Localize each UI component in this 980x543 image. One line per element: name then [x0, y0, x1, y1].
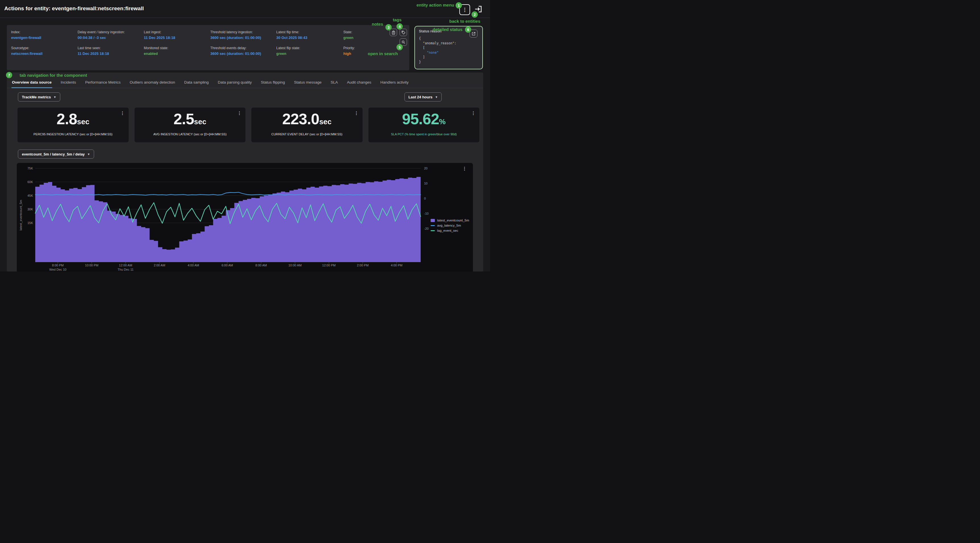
tab-data-sampling[interactable]: Data sampling — [184, 80, 209, 88]
info-field-label: Latest flip time: — [276, 30, 307, 34]
svg-text:10:00 AM: 10:00 AM — [288, 264, 302, 267]
tab-handlers-activity[interactable]: Handlers activity — [380, 80, 409, 88]
tab-performance-metrics[interactable]: Performance Metrics — [85, 80, 121, 88]
entity-tabs-panel: Overview data sourceIncidentsPerformance… — [7, 73, 483, 272]
annotation-tags: tags — [393, 18, 402, 22]
tag-icon — [401, 30, 406, 35]
info-field-label: Index: — [11, 30, 43, 34]
svg-text:12:00 AM: 12:00 AM — [119, 264, 132, 267]
kpi-value: 2.8sec — [18, 110, 129, 131]
tab-status-flipping[interactable]: Status flipping — [260, 80, 286, 88]
annotation-badge-1: 1 — [456, 2, 462, 8]
tab-overview-data-source[interactable]: Overview data source — [11, 80, 52, 88]
kpi-kebab-menu-icon[interactable]: ⋮ — [237, 111, 242, 115]
kpi-number: 2.5 — [173, 110, 194, 127]
latest_eventcount_5m-swatch — [431, 219, 435, 222]
legend-item-lag_event_sec[interactable]: lag_event_sec — [431, 229, 469, 232]
info-field: Latest flip time:30 Oct 2025 08:43 — [276, 30, 307, 40]
code-line: } — [419, 60, 421, 64]
annotation-open-in-search: open in search — [368, 51, 398, 56]
avg_latency_5m-swatch — [431, 225, 435, 226]
info-field: Last ingest:11 Dec 2025 18:18 — [144, 30, 175, 40]
kpi-card: ⋮2.5secAVG INGESTION LATENCY (sec or [D+… — [134, 107, 246, 143]
info-column: Threshold latency ingestion:3600 sec (du… — [210, 30, 261, 62]
metrics-dropdown-label: TrackMe metrics — [22, 95, 51, 99]
chart-series-dropdown[interactable]: eventcount_5m / latency_5m / delay ▼ — [18, 150, 94, 159]
info-field-label: Priority: — [343, 46, 355, 50]
svg-text:Thu Dec 11: Thu Dec 11 — [118, 268, 134, 271]
timechart-svg: 75K60K45K30K15K20100-10-208:00 PMWed Dec… — [17, 165, 473, 272]
timechart-card: ⋮ latest_eventcount_5m 75K60K45K30K15K20… — [17, 163, 473, 272]
kpi-value: 223.0sec — [251, 110, 363, 131]
info-field-value: green — [343, 35, 355, 40]
info-field-value: 11 Dec 2025 18:18 — [144, 35, 175, 40]
kpi-row: ⋮2.8secPERC95 INGESTION LATENCY (sec or … — [17, 107, 480, 143]
chart-legend: latest_eventcount_5mavg_latency_5mlag_ev… — [431, 219, 469, 232]
time-range-dropdown-label: Last 24 hours — [409, 95, 433, 99]
legend-item-avg_latency_5m[interactable]: avg_latency_5m — [431, 224, 469, 227]
kpi-unit: % — [439, 118, 445, 126]
tab-outliers-anomaly-detection[interactable]: Outliers anomaly detection — [129, 80, 176, 88]
tab-status-message[interactable]: Status message — [293, 80, 322, 88]
notes-button[interactable] — [390, 29, 397, 36]
tab-data-parsing-quality[interactable]: Data parsing quality — [217, 80, 252, 88]
kpi-kebab-menu-icon[interactable]: ⋮ — [355, 111, 359, 115]
trackme-entity-actions-page: Actions for entity: eventgen-firewall:ne… — [0, 0, 490, 272]
info-field: Last time seen:11 Dec 2025 18:18 — [78, 46, 125, 56]
svg-text:Wed Dec 10: Wed Dec 10 — [49, 268, 66, 271]
info-field-value: 30 Oct 2025 08:43 — [276, 35, 307, 40]
tab-audit-changes[interactable]: Audit changes — [347, 80, 372, 88]
kpi-caption: CURRENT EVENT DELAY (sec or [D+]HH:MM:SS… — [251, 132, 363, 136]
svg-text:15K: 15K — [27, 221, 33, 225]
info-field-label: Threshold events delay: — [210, 46, 261, 50]
external-link-icon — [471, 32, 476, 36]
info-field-label: Last time seen: — [78, 46, 125, 50]
tab-incidents[interactable]: Incidents — [60, 80, 77, 88]
metrics-dropdown[interactable]: TrackMe metrics ▼ — [18, 92, 60, 102]
svg-text:45K: 45K — [27, 194, 33, 197]
page-title: Actions for entity: eventgen-firewall:ne… — [4, 5, 144, 12]
legend-item-latest_eventcount_5m[interactable]: latest_eventcount_5m — [431, 219, 469, 222]
kpi-number: 2.8 — [57, 110, 77, 127]
info-field-value: enabled — [144, 51, 175, 56]
tags-button[interactable] — [399, 29, 407, 36]
svg-text:0: 0 — [424, 197, 426, 200]
info-column: State:greenPriority:high — [343, 30, 355, 62]
chevron-down-icon: ▼ — [87, 153, 90, 156]
status-reason-panel: Status reason { "anomaly_reason": [ "non… — [414, 26, 483, 69]
legend-label: latest_eventcount_5m — [437, 219, 469, 222]
legend-label: avg_latency_5m — [437, 224, 461, 227]
info-field-value: high — [343, 51, 355, 56]
annotation-tab-navigation: tab navigation for the component — [20, 73, 87, 78]
svg-text:2:00 PM: 2:00 PM — [357, 264, 369, 267]
info-field-value: 00:04:38 / -3 sec — [78, 35, 125, 40]
search-icon — [401, 40, 406, 45]
kpi-number: 223.0 — [282, 110, 319, 127]
annotation-entity-action-menu: entity action menu — [412, 3, 454, 7]
annotation-badge-4: 4 — [396, 23, 403, 30]
svg-text:30K: 30K — [27, 207, 33, 211]
time-range-dropdown[interactable]: Last 24 hours ▼ — [404, 92, 442, 102]
kpi-kebab-menu-icon[interactable]: ⋮ — [121, 111, 125, 115]
legend-label: lag_event_sec — [437, 229, 458, 232]
info-field: Sourcetype:netscreen:firewall — [11, 46, 43, 56]
kpi-kebab-menu-icon[interactable]: ⋮ — [471, 111, 476, 115]
info-field-label: Latest flip state: — [276, 46, 307, 50]
info-field-label: Monitored state: — [144, 46, 175, 50]
info-field: Threshold events delay:3600 sec (duratio… — [210, 46, 261, 56]
info-field-label: State: — [343, 30, 355, 34]
info-column: Delay event / latency ingestion:00:04:38… — [78, 30, 125, 62]
status-reason-code: { "anomaly_reason": [ "none" ] } — [419, 36, 457, 64]
annotation-detailed-status: detailed status — [423, 27, 463, 32]
kpi-value: 95.62% — [368, 110, 480, 131]
info-field: Latest flip state:green — [276, 46, 307, 56]
svg-text:20: 20 — [424, 167, 428, 170]
info-field-label: Threshold latency ingestion: — [210, 30, 261, 34]
tab-sla[interactable]: SLA — [330, 80, 339, 88]
annotation-badge-7: 7 — [6, 72, 12, 78]
svg-text:60K: 60K — [27, 180, 33, 184]
code-line: [ — [419, 46, 425, 50]
svg-text:6:00 AM: 6:00 AM — [221, 264, 233, 267]
svg-text:75K: 75K — [27, 167, 33, 170]
annotation-badge-3: 3 — [385, 24, 392, 30]
